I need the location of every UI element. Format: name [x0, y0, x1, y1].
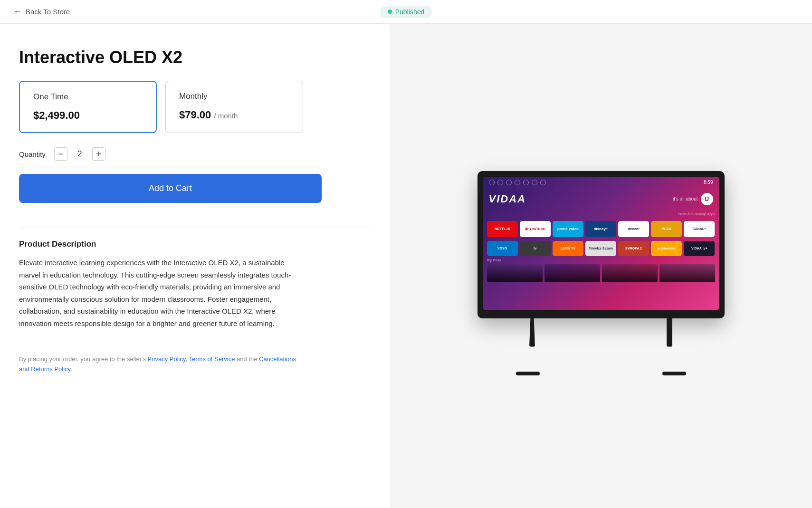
add-to-cart-button[interactable]: Add to Cart — [19, 174, 322, 203]
app-prime: prime video — [553, 221, 583, 237]
app-youtube: ▶ YouTube — [520, 221, 551, 237]
app-tv: tv — [520, 241, 551, 256]
stand-base-right — [662, 372, 686, 375]
top-bar: ← Back To Store Published — [0, 0, 812, 24]
vidaa-slogan-area: it's all about U — [673, 193, 713, 205]
app-netflix: NETFLIX — [487, 221, 518, 237]
vidaa-icon-4 — [515, 180, 520, 185]
vidaa-time: 8:59 — [704, 180, 713, 185]
stand-base-left — [516, 372, 540, 375]
quantity-increase-button[interactable]: + — [92, 147, 105, 161]
app-plex: PLEX — [651, 221, 682, 237]
vidaa-icon-6 — [532, 180, 537, 185]
app-voyo: VOYO — [487, 241, 518, 256]
quantity-control: − 2 + — [54, 147, 105, 161]
app-kiddoodles: Kiddoodles — [651, 241, 682, 256]
pricing-price-one-time: $2,499.00 — [33, 109, 143, 122]
stand-right — [662, 318, 677, 375]
published-dot-icon — [388, 10, 392, 14]
back-to-store-label: Back To Store — [26, 8, 70, 16]
divider-2 — [19, 341, 371, 341]
vidaa-icon-1 — [489, 180, 495, 185]
app-deezer: deezer — [618, 221, 649, 237]
stand-leg-left — [529, 318, 535, 347]
tv-image: 8:59 VIDAA it's all about U Press ® to — [478, 171, 725, 361]
quantity-value: 2 — [75, 150, 85, 158]
quantity-row: Quantity − 2 + — [19, 147, 371, 161]
stand-left — [525, 318, 540, 375]
vidaa-logo: VIDAA — [489, 193, 526, 205]
quantity-label: Quantity — [19, 150, 46, 158]
right-panel: 8:59 VIDAA it's all about U Press ® to — [390, 24, 812, 508]
back-to-store-link[interactable]: ← Back To Store — [13, 7, 70, 17]
manage-apps-hint: Press ® to Manage Apps — [483, 208, 719, 218]
disclaimer-prefix: By placing your order, you agree to the … — [19, 355, 146, 363]
vidaa-topbar: 8:59 — [483, 177, 719, 188]
vidaa-thumb-3 — [602, 264, 658, 282]
divider-1 — [19, 228, 371, 228]
stand-leg-right — [667, 318, 672, 347]
published-label: Published — [395, 8, 425, 16]
disclaimer-comma: , — [186, 355, 188, 363]
pricing-label-one-time: One Time — [33, 92, 143, 102]
tv-screen: 8:59 VIDAA it's all about U Press ® to — [483, 177, 719, 310]
app-lepsi: LEPŠÍ TV — [553, 241, 583, 256]
back-arrow-icon: ← — [13, 7, 22, 17]
app-canal: CANAL+ — [684, 221, 715, 237]
product-title: Interactive OLED X2 — [19, 48, 371, 67]
pricing-per-unit-monthly: / month — [214, 112, 238, 120]
pricing-options: One Time $2,499.00 Monthly $79.00 / mont… — [19, 81, 371, 133]
vidaa-thumb-2 — [545, 264, 600, 282]
page-wrapper: ← Back To Store Published Interactive OL… — [0, 0, 812, 508]
vidaa-ui: 8:59 VIDAA it's all about U Press ® to — [483, 177, 719, 310]
privacy-policy-link[interactable]: Privacy Policy — [148, 355, 186, 363]
product-description-title: Product Description — [19, 240, 371, 249]
app-evropa: EVROPA 2 — [618, 241, 649, 256]
pricing-card-monthly[interactable]: Monthly $79.00 / month — [165, 81, 303, 133]
product-description-text: Elevate interactive learning experiences… — [19, 257, 299, 329]
disclaimer: By placing your order, you agree to the … — [19, 355, 299, 374]
vidaa-apps-row2: VOYO tv LEPŠÍ TV Televize Sezam EVROPA 2… — [483, 240, 719, 257]
disclaimer-period: . — [70, 365, 72, 373]
main-content: Interactive OLED X2 One Time $2,499.00 M… — [0, 24, 812, 508]
app-vidaatv: VIDAA tv+ — [684, 241, 715, 256]
vidaa-icon-7 — [540, 180, 546, 185]
app-sencor: Televize Sezam — [585, 241, 616, 256]
vidaa-top-icons — [489, 180, 546, 185]
vidaa-icon-3 — [506, 180, 512, 185]
vidaa-u-badge: U — [701, 193, 713, 205]
vidaa-thumb-4 — [659, 264, 715, 282]
pricing-price-monthly: $79.00 / month — [179, 109, 289, 121]
quantity-decrease-button[interactable]: − — [54, 147, 67, 161]
vidaa-thumb-1 — [487, 264, 543, 282]
tv-stand — [478, 318, 725, 375]
left-panel: Interactive OLED X2 One Time $2,499.00 M… — [0, 24, 390, 508]
vidaa-icon-2 — [497, 180, 503, 185]
disclaimer-middle: and the — [237, 355, 257, 363]
tv-outer: 8:59 VIDAA it's all about U Press ® to — [478, 171, 725, 318]
app-disney: disney+ — [585, 221, 616, 237]
vidaa-icon-5 — [523, 180, 529, 185]
published-badge: Published — [380, 6, 432, 18]
vidaa-brand-area: VIDAA it's all about U — [483, 188, 719, 208]
vidaa-apps-row1: NETFLIX ▶ YouTube prime video disney+ de… — [483, 218, 719, 240]
pricing-label-monthly: Monthly — [179, 92, 289, 101]
pricing-card-one-time[interactable]: One Time $2,499.00 — [19, 81, 157, 133]
terms-of-service-link[interactable]: Terms of Service — [189, 355, 235, 363]
vidaa-bottom — [483, 263, 719, 284]
vidaa-slogan-text: it's all about — [673, 196, 698, 201]
top-picks-label: Top Picks — [483, 257, 719, 263]
